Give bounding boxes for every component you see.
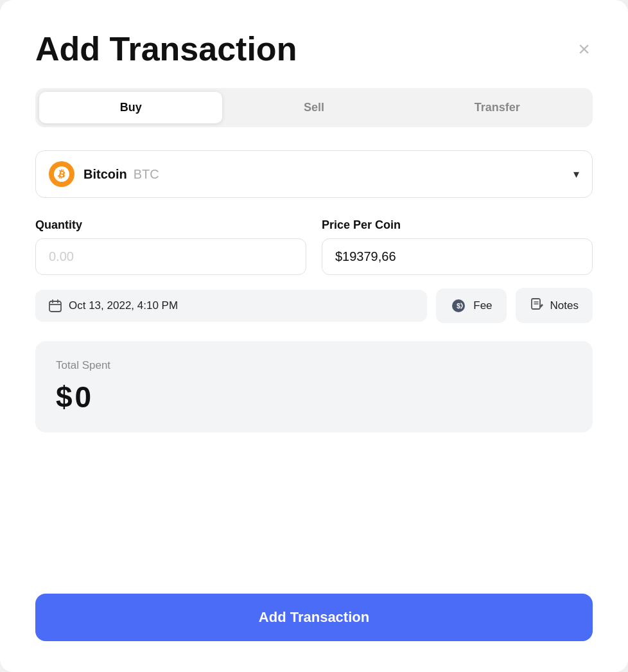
total-spent-box: Total Spent $ 0 [35, 341, 593, 432]
add-transaction-modal: Add Transaction × Buy Sell Transfer Bitc… [0, 0, 628, 672]
date-label: Oct 13, 2022, 4:10 PM [69, 299, 178, 312]
fee-button[interactable]: $ Fee [436, 288, 506, 323]
notes-button[interactable]: Notes [516, 288, 593, 323]
total-spent-label: Total Spent [56, 359, 572, 372]
date-picker-button[interactable]: Oct 13, 2022, 4:10 PM [35, 290, 427, 322]
add-transaction-button[interactable]: Add Transaction [35, 594, 593, 641]
calendar-icon [48, 299, 62, 313]
coin-selector[interactable]: Bitcoin BTC ▾ [35, 150, 593, 198]
price-per-coin-label: Price Per Coin [322, 218, 593, 232]
coin-ticker: BTC [134, 167, 159, 182]
fee-label: Fee [473, 299, 492, 312]
notes-icon [530, 297, 544, 314]
price-per-coin-group: Price Per Coin [322, 218, 593, 275]
quantity-label: Quantity [35, 218, 306, 232]
transaction-type-tabs: Buy Sell Transfer [35, 88, 593, 127]
close-button[interactable]: × [575, 36, 593, 62]
amount-fields: Quantity Price Per Coin [35, 218, 593, 275]
total-currency-symbol: $ [56, 380, 73, 414]
action-buttons-row: Oct 13, 2022, 4:10 PM $ Fee [35, 288, 593, 323]
tab-sell[interactable]: Sell [222, 92, 405, 123]
page-title: Add Transaction [35, 31, 297, 67]
notes-label: Notes [550, 299, 579, 312]
close-icon: × [578, 39, 590, 59]
tab-transfer[interactable]: Transfer [406, 92, 589, 123]
tab-buy[interactable]: Buy [39, 92, 222, 123]
total-amount: $ 0 [56, 380, 572, 414]
coin-name: Bitcoin [83, 167, 127, 182]
quantity-group: Quantity [35, 218, 306, 275]
modal-header: Add Transaction × [35, 31, 593, 67]
fee-icon: $ [450, 297, 467, 314]
chevron-down-icon: ▾ [573, 167, 579, 181]
quantity-input[interactable] [35, 238, 306, 275]
total-value: 0 [75, 380, 92, 414]
price-per-coin-input[interactable] [322, 238, 593, 275]
bitcoin-icon [49, 161, 74, 187]
svg-text:$: $ [457, 302, 460, 310]
svg-rect-0 [49, 301, 61, 312]
